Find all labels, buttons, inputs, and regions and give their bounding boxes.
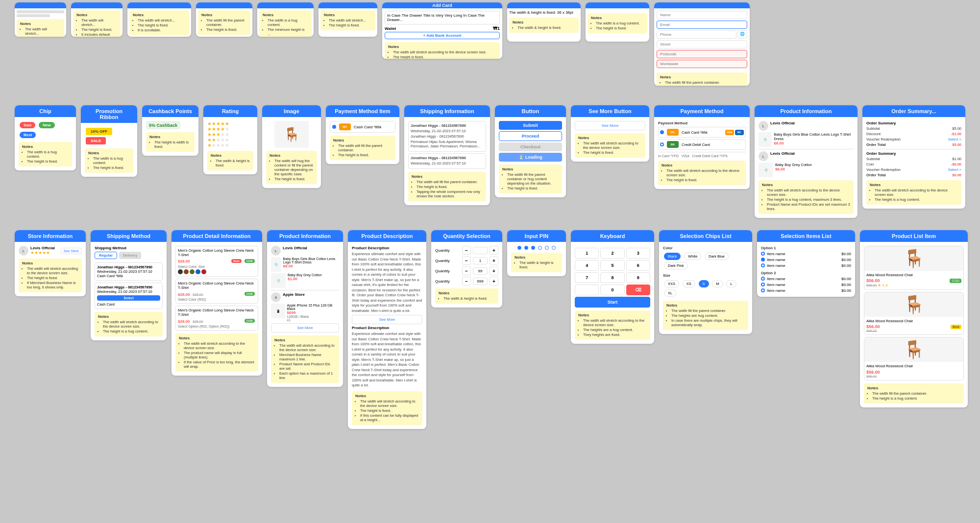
add-bank-account-btn[interactable]: + Add Bank Account [385,32,500,39]
keyboard-component: Keyboard 1 2 3 4 5 6 7 8 9 0 ⌫ Start Not… [571,230,654,344]
product-desc-notes: Notes The width will stretch according t… [352,391,422,425]
product-list-row-3[interactable]: 🪑 Alika Wood Rosewood Chair $56.00 $88.0… [864,337,964,380]
qty-input-1[interactable] [473,247,488,254]
product-info-header: Product Information [755,105,858,117]
key-6[interactable]: 6 [626,260,650,271]
qty-input-2[interactable] [473,257,488,264]
qty-minus-2[interactable]: − [462,256,471,265]
qty-plus-1[interactable]: + [490,246,498,255]
key-0[interactable]: 0 [600,285,624,295]
chip-white[interactable]: White [684,253,701,260]
qty-input-3[interactable] [473,267,488,275]
input-pin-header: Input PIN [507,230,566,242]
option2-row-1[interactable]: Item name $0.00 [761,277,851,281]
chip-xl[interactable]: XL [664,289,676,297]
qty-minus-3[interactable]: − [462,266,471,275]
color-swatch-blue [196,269,200,274]
delivery-btn[interactable]: Delivery [119,252,141,259]
chip-l[interactable]: L [726,280,736,287]
qty-label-4: Quantity [435,279,460,284]
chip-s[interactable]: S [699,280,709,287]
top-card-5-body: Notes The width is a hug content. The mi… [257,8,314,37]
chip-xs[interactable]: XS [683,280,695,287]
see-store-btn[interactable]: See Store [61,248,82,254]
chip-dark-pink[interactable]: Dark Pink [664,262,688,269]
proceed-button[interactable]: Proceed [499,131,562,141]
image-notes: Notes The width will hug the content or … [266,151,317,184]
ribbon-examples: 10% OFF SALE [85,127,133,145]
key-backspace[interactable]: ⌫ [626,285,650,295]
rating-component: Rating ★★★★★ ★★★★★ ★★★★★ ★★★★★ ★★★★★ Not… [203,105,257,174]
qty-plus-2[interactable]: + [490,256,498,265]
chair-icon: 🪑 [283,126,300,143]
payment-item-row[interactable]: MC Cash Card *86k [330,121,395,133]
chip-m[interactable]: M [712,280,723,287]
qty-minus-4[interactable]: − [462,277,471,285]
key-5[interactable]: 5 [600,260,624,271]
option1-row-3[interactable]: Item name $0.00 [761,263,851,268]
option2-row-3[interactable]: Item name $0.00 [761,288,851,293]
loading-button[interactable]: ⏳ Loading [499,153,562,162]
see-more-btn[interactable]: See More [575,121,645,130]
qty-plus-3[interactable]: + [490,266,498,275]
key-1[interactable]: 1 [575,248,599,259]
product-list-row-2[interactable]: 🪑 Alika Wood Rosewood Chair $56.00 Best … [864,292,964,335]
summary-row-coin-2: Coin-$0.00 [866,162,961,166]
qty-input-4[interactable] [473,278,488,285]
key-9[interactable]: 9 [626,272,650,283]
select-delivery-btn[interactable]: Select [97,295,160,301]
regular-btn[interactable]: Regular [95,252,117,259]
chip-new[interactable]: New [39,122,54,128]
qty-plus-4[interactable]: + [490,277,498,285]
order-summary-label-2: Order Summary [866,151,961,156]
product-detail-header: Product Detail Information [172,230,262,242]
product-img-3: 🪑 [864,337,963,362]
rating-stars-3: ★★★★★ [207,132,253,137]
merchant-name-1: Levis Official [770,121,795,131]
rating-header: Rating [203,105,257,117]
email-input[interactable] [657,21,747,29]
key-2[interactable]: 2 [600,248,624,259]
key-7[interactable]: 7 [575,272,599,283]
postcode-input[interactable] [657,50,747,58]
promotion-ribbon-body: 10% OFF SALE Notes The width is a hug co… [81,123,137,177]
rating-notes: Notes The width & height is fixed. [207,151,253,170]
key-4[interactable]: 4 [575,260,599,271]
key-3[interactable]: 3 [626,248,650,259]
submit-button[interactable]: Submit [499,121,562,130]
chip-xxs[interactable]: XXS [664,280,679,287]
product-list-notes: Notes The width fill the parent containe… [864,383,964,404]
checkout-button[interactable]: Checkout [499,143,562,151]
rating-stars-4: ★★★★★ [207,126,253,132]
pin-dot-2 [524,246,528,250]
name-input[interactable] [657,11,747,19]
pm-row-2[interactable]: BK Credit Debit Card [658,139,746,150]
key-confirm[interactable]: Start [575,297,650,308]
qty-minus-1[interactable]: − [462,246,471,255]
option1-row-1[interactable]: Item name $0.00 [761,252,851,256]
product-detail-row-1: Men's Organic Cotton Long Sleeve Crew Ne… [175,246,258,277]
option2-row-2[interactable]: Item name $0.00 [761,283,851,287]
chip-best[interactable]: Best [20,132,36,138]
product-thumb-1: 👕 [759,132,772,147]
product-description-body: Product Description Experience ultimate … [348,242,426,429]
color-swatch-red [201,269,206,274]
pm-row-1[interactable]: MC Cash Card *86k VISA MC [658,127,746,138]
image-placeholder: 🪑 [274,121,309,148]
chip-sale[interactable]: Sale [20,122,35,128]
see-more-desc-btn[interactable]: See More [352,315,422,324]
store-header-row: L Levis Official ★★★★★ See Store [19,246,82,256]
option1-row-2[interactable]: Item name $0.00 [761,258,851,262]
phone-input[interactable] [657,30,736,39]
chip-dark-blue[interactable]: Dark Blue [705,253,729,260]
street-input[interactable] [657,40,747,48]
phone-flag[interactable]: 🌐 [737,30,747,39]
see-more-product-btn[interactable]: See More [271,323,339,333]
worldwide-input[interactable] [657,60,747,68]
product-list-price-3: $56.00 [866,370,880,375]
chip-black[interactable]: Black [664,253,681,260]
pin-dot-6 [552,246,556,250]
product-list-row-1[interactable]: 🪑 Alika Wood Rosewood Chair $56.00 COD $… [864,246,964,290]
key-8[interactable]: 8 [600,272,624,283]
product-name-1: Baby Boys Girls Blue Cotton Levis Logo T… [774,132,854,141]
